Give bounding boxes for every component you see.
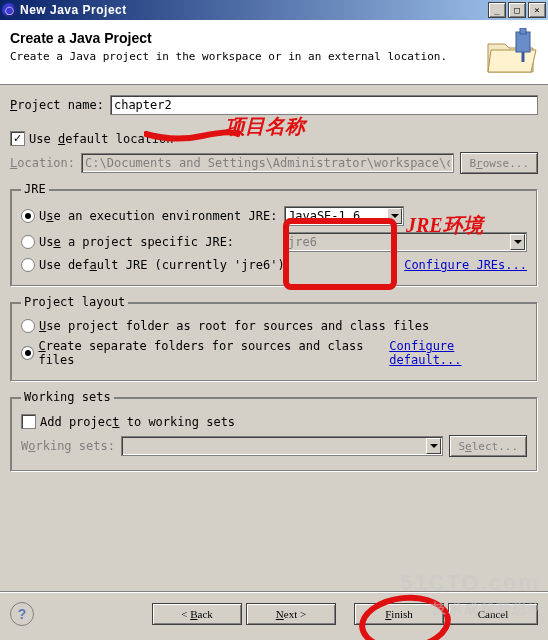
dropdown-arrow-icon — [510, 234, 525, 250]
working-sets-legend: Working sets — [21, 390, 114, 404]
titlebar[interactable]: New Java Project _ □ × — [0, 0, 548, 20]
banner-title: Create a Java Project — [10, 30, 447, 46]
add-to-working-sets-row[interactable]: Add project to working sets — [21, 414, 527, 429]
footer: ? < Back Next > Finish Cancel — [0, 591, 548, 636]
project-name-row: Project name: — [10, 95, 538, 115]
layout-separate-label: Create separate folders for sources and … — [38, 339, 389, 367]
window-title: New Java Project — [20, 3, 127, 17]
use-default-location-label: Use default location — [29, 132, 174, 146]
project-layout-legend: Project layout — [21, 295, 128, 309]
location-label: Location: — [10, 156, 75, 170]
use-default-location-checkbox[interactable]: ✓ — [10, 131, 25, 146]
jre-exec-env-radio[interactable] — [21, 209, 35, 223]
layout-root-label: Use project folder as root for sources a… — [39, 319, 429, 333]
working-sets-select-row: Working sets: Select... — [21, 435, 527, 457]
jre-specific-label: Use a project specific JRE: — [39, 235, 284, 249]
jre-legend: JRE — [21, 182, 49, 196]
banner: Create a Java Project Create a Java proj… — [0, 20, 548, 85]
layout-option-root[interactable]: Use project folder as root for sources a… — [21, 319, 527, 333]
minimize-button[interactable]: _ — [488, 2, 506, 18]
maximize-button[interactable]: □ — [508, 2, 526, 18]
project-name-label: Project name: — [10, 98, 104, 112]
finish-button[interactable]: Finish — [354, 603, 444, 625]
configure-jres-link[interactable]: Configure JREs... — [404, 258, 527, 272]
layout-option-separate[interactable]: Create separate folders for sources and … — [21, 339, 527, 367]
jre-option-default[interactable]: Use default JRE (currently 'jre6') Confi… — [21, 258, 527, 272]
svg-rect-2 — [516, 32, 530, 52]
location-input — [81, 153, 454, 173]
jre-exec-env-label: Use an execution environment JRE: — [39, 209, 284, 223]
jre-option-specific[interactable]: Use a project specific JRE: jre6 — [21, 232, 527, 252]
working-sets-label: Working sets: — [21, 439, 115, 453]
jre-group: JRE Use an execution environment JRE: Ja… — [10, 182, 538, 287]
jre-exec-env-select[interactable]: JavaSE-1.6 — [284, 206, 404, 226]
add-to-working-sets-label: Add project to working sets — [40, 415, 235, 429]
dropdown-arrow-icon[interactable] — [387, 208, 402, 224]
svg-marker-1 — [488, 50, 536, 72]
banner-subtitle: Create a Java project in the workspace o… — [10, 50, 447, 63]
jre-specific-select: jre6 — [284, 232, 527, 252]
cancel-button[interactable]: Cancel — [448, 603, 538, 625]
location-row: Location: Browse... — [10, 152, 538, 174]
add-to-working-sets-checkbox[interactable] — [21, 414, 36, 429]
wizard-folder-icon — [483, 28, 538, 76]
svg-rect-3 — [520, 28, 526, 34]
project-layout-group: Project layout Use project folder as roo… — [10, 295, 538, 382]
jre-specific-radio[interactable] — [21, 235, 35, 249]
jre-default-label: Use default JRE (currently 'jre6') — [39, 258, 285, 272]
jre-specific-value: jre6 — [288, 235, 317, 249]
jre-exec-env-value: JavaSE-1.6 — [288, 209, 360, 223]
dialog-window: New Java Project _ □ × Create a Java Pro… — [0, 0, 548, 640]
jre-option-exec-env[interactable]: Use an execution environment JRE: JavaSE… — [21, 206, 527, 226]
dropdown-arrow-icon — [426, 438, 441, 454]
layout-separate-radio[interactable] — [21, 346, 34, 360]
project-name-input[interactable] — [110, 95, 538, 115]
back-button[interactable]: < Back — [152, 603, 242, 625]
jre-default-radio[interactable] — [21, 258, 35, 272]
select-working-sets-button: Select... — [449, 435, 527, 457]
app-icon — [2, 3, 16, 17]
browse-button: Browse... — [460, 152, 538, 174]
close-button[interactable]: × — [528, 2, 546, 18]
working-sets-select — [121, 436, 443, 456]
use-default-location-row[interactable]: ✓ Use default location — [10, 131, 538, 146]
next-button[interactable]: Next > — [246, 603, 336, 625]
configure-default-link[interactable]: Configure default... — [389, 339, 527, 367]
help-button[interactable]: ? — [10, 602, 34, 626]
layout-root-radio[interactable] — [21, 319, 35, 333]
working-sets-group: Working sets Add project to working sets… — [10, 390, 538, 472]
